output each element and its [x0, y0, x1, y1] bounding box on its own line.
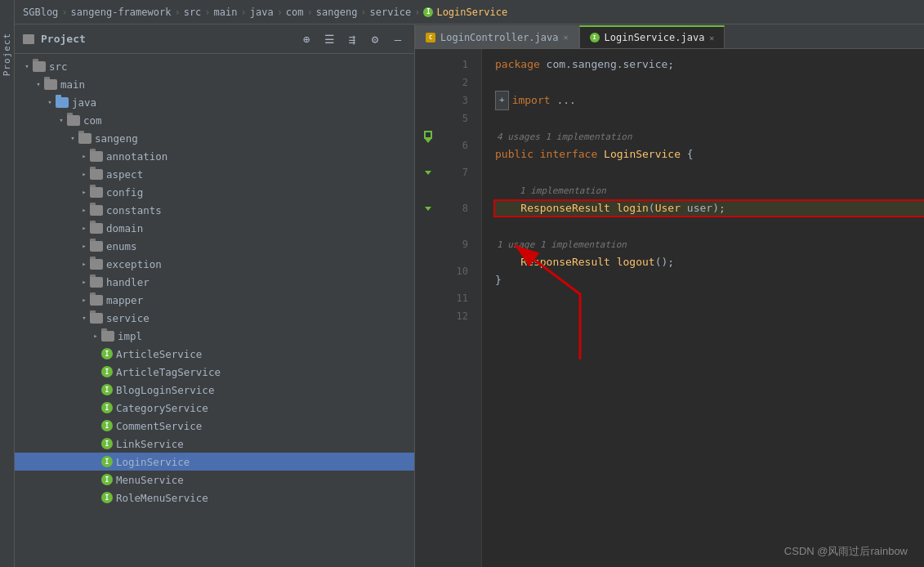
sidebar-tree[interactable]: src main java [15, 54, 414, 567]
collapse-icon[interactable]: + [495, 91, 509, 110]
impl-arrow-10 [425, 207, 431, 211]
gutter-row-11 [415, 217, 441, 235]
content-area: SGBlog › sangeng-framework › src › main … [15, 0, 924, 567]
code-line-6: public interface LoginService { [495, 145, 924, 163]
tab-logincontroller[interactable]: C LoginController.java ✕ [415, 25, 579, 48]
folder-icon-handler [90, 277, 103, 288]
tree-item-loginservice[interactable]: I LoginService [15, 453, 414, 471]
tree-item-config[interactable]: config [15, 183, 414, 201]
line-num-1: 1 [441, 56, 475, 74]
tab-loginservice[interactable]: I LoginService.java ✕ [579, 25, 725, 48]
tab-close-loginservice[interactable]: ✕ [709, 33, 714, 42]
tree-label-impl: impl [118, 330, 142, 342]
tab-interface-icon: I [590, 33, 600, 42]
tree-item-service[interactable]: service [15, 309, 414, 327]
tree-label-annotation: annotation [106, 150, 167, 163]
folder-icon-sangeng [78, 133, 92, 144]
tree-item-sangeng[interactable]: sangeng [15, 129, 414, 147]
interface-icon-articleservice: I [101, 348, 113, 359]
tab-bar: C LoginController.java ✕ I LoginService.… [415, 25, 924, 49]
folder-icon-java [56, 97, 69, 108]
line-num-9: 9 [441, 235, 475, 253]
usage-hint-10: 1 usage 1 implementation [495, 235, 924, 253]
main-layout: Project ⊕ ☰ ⇶ ⚙ — src [15, 25, 924, 567]
line-num-10: 10 [441, 253, 475, 289]
editor-area: C LoginController.java ✕ I LoginService.… [415, 25, 924, 567]
tree-arrow-enums [78, 242, 90, 250]
sidebar-settings-icon[interactable]: ⚙ [367, 31, 383, 47]
tree-item-impl[interactable]: impl [15, 327, 414, 345]
tab-logincontroller-label: LoginController.java [440, 32, 559, 43]
code-content[interactable]: package com.sangeng.service; +import ... [482, 49, 924, 567]
code-line-3: +import ... [495, 92, 924, 109]
breadcrumb-src[interactable]: src [184, 7, 202, 18]
sidebar-collapse-icon[interactable]: ⇶ [344, 31, 360, 47]
impl-icon-group-6[interactable] [424, 131, 432, 143]
project-rail-label[interactable]: Project [2, 33, 12, 76]
tree-item-domain[interactable]: domain [15, 219, 414, 237]
tree-item-java[interactable]: java [15, 93, 414, 111]
interface-icon-commentservice: I [101, 420, 113, 431]
folder-icon-domain [90, 223, 103, 234]
code-line-9 [495, 217, 924, 235]
tree-item-main[interactable]: main [15, 75, 414, 93]
folder-icon-constants [90, 205, 103, 216]
tree-item-src[interactable]: src [15, 57, 414, 75]
impl-icon-group-10[interactable] [425, 207, 431, 211]
impl-arrow-8 [425, 171, 431, 175]
tree-item-categoryservice[interactable]: I CategoryService [15, 399, 414, 417]
breadcrumb-java[interactable]: java [250, 7, 274, 18]
tree-item-com[interactable]: com [15, 111, 414, 129]
tree-item-annotation[interactable]: annotation [15, 147, 414, 165]
breadcrumb-com[interactable]: com [286, 7, 304, 18]
gutter-row-9 [415, 181, 441, 199]
breadcrumb-main[interactable]: main [214, 7, 238, 18]
sidebar-expand-icon[interactable]: ☰ [321, 31, 337, 47]
tree-item-menuservice[interactable]: I MenuService [15, 471, 414, 489]
code-line-5 [495, 109, 924, 127]
tree-label-categoryservice: CategoryService [116, 402, 208, 414]
breadcrumb: SGBlog › sangeng-framework › src › main … [15, 0, 924, 25]
breadcrumb-sangeng[interactable]: sangeng [316, 7, 358, 18]
tree-arrow-handler [78, 278, 90, 286]
sidebar-new-icon[interactable]: ⊕ [298, 31, 315, 47]
tree-item-rolemenuservice[interactable]: I RoleMenuService [15, 489, 414, 507]
breadcrumb-framework[interactable]: sangeng-framework [71, 7, 172, 18]
breadcrumb-sgblog[interactable]: SGBlog [23, 7, 58, 18]
tree-label-config: config [106, 186, 143, 199]
tree-item-constants[interactable]: constants [15, 201, 414, 219]
sidebar-minimize-icon[interactable]: — [390, 31, 406, 47]
gutter-row-6 [415, 127, 441, 145]
tree-arrow-mapper [78, 296, 90, 304]
tree-arrow-exception [78, 260, 90, 268]
tree-arrow-service [78, 314, 90, 322]
tree-item-blogloginservice[interactable]: I BlogLoginService [15, 381, 414, 399]
app-window: Project SGBlog › sangeng-framework › src… [0, 0, 924, 567]
left-rail: Project [0, 0, 15, 567]
interface-icon-blogloginservice: I [101, 384, 113, 395]
folder-icon [23, 34, 34, 44]
code-line-7 [495, 163, 924, 181]
folder-icon-service [90, 313, 103, 324]
tree-label-java: java [72, 96, 96, 109]
tab-loginservice-label: LoginService.java [605, 32, 705, 43]
folder-icon-enums [90, 241, 103, 252]
tree-item-linkservice[interactable]: I LinkService [15, 435, 414, 453]
tree-item-articletagservice[interactable]: I ArticleTagService [15, 363, 414, 381]
breadcrumb-service[interactable]: service [370, 7, 412, 18]
tree-item-articleservice[interactable]: I ArticleService [15, 345, 414, 363]
folder-icon-exception [90, 259, 103, 270]
tree-arrow-aspect [78, 170, 90, 178]
breadcrumb-loginservice[interactable]: LoginService [436, 7, 507, 18]
tree-item-handler[interactable]: handler [15, 273, 414, 291]
tree-item-enums[interactable]: enums [15, 237, 414, 255]
tree-arrow-sangeng [67, 134, 78, 142]
tree-item-aspect[interactable]: aspect [15, 165, 414, 183]
impl-icon-group-8[interactable] [425, 171, 431, 175]
tree-arrow-com [56, 116, 67, 124]
interface-icon-rolemenuservice: I [101, 492, 113, 503]
tree-item-exception[interactable]: exception [15, 255, 414, 273]
tree-item-mapper[interactable]: mapper [15, 291, 414, 309]
tab-close-logincontroller[interactable]: ✕ [564, 33, 569, 42]
tree-item-commentservice[interactable]: I CommentService [15, 417, 414, 435]
